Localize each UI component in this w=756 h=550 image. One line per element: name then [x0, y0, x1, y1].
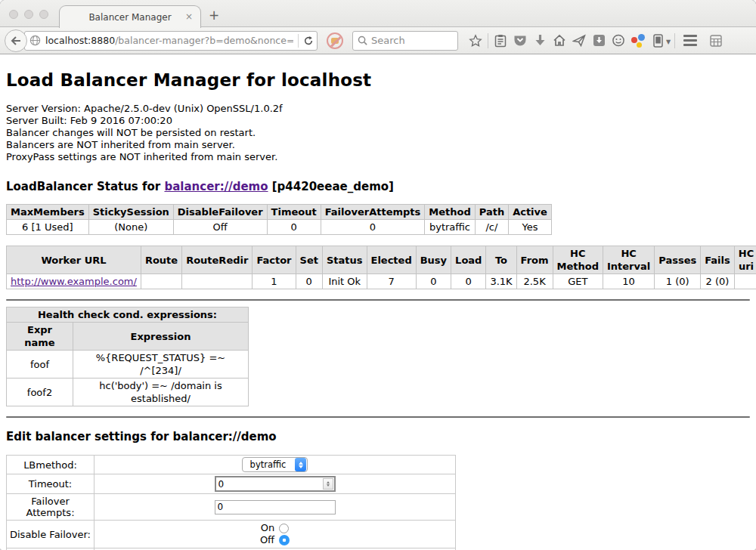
- tab-bar: Balancer Manager × +: [0, 0, 756, 27]
- toolbar-divider: [488, 33, 488, 48]
- navigation-toolbar: localhost:8880/balancer-manager?b=demo&n…: [0, 27, 756, 54]
- section-divider: [6, 299, 750, 301]
- status-heading: LoadBalancer Status for balancer://demo …: [6, 180, 750, 193]
- persist-warning-line: Balancer changes will NOT be persisted o…: [6, 127, 750, 139]
- url-path: /balancer-manager?b=demo&nonce=decc37be-…: [115, 35, 293, 46]
- health-check-table: Health check cond. expressions: Expr nam…: [6, 307, 249, 406]
- zoom-window-button[interactable]: [39, 10, 48, 19]
- new-tab-button[interactable]: +: [209, 8, 219, 23]
- menu-icon[interactable]: [680, 31, 700, 51]
- close-window-button[interactable]: [9, 10, 18, 19]
- timeout-input-wrap: [215, 476, 336, 492]
- timeout-label: Timeout:: [7, 474, 94, 494]
- balancer-status-table: MaxMembers StickySession DisableFailover…: [6, 204, 552, 235]
- lbmethod-row: LBmethod: bytraffic: [7, 456, 456, 474]
- save-page-icon[interactable]: [589, 31, 609, 51]
- apps-grid-icon[interactable]: [706, 31, 726, 51]
- browser-window: Balancer Manager × + localhost:8880/bala…: [0, 0, 756, 550]
- radio-off[interactable]: [279, 535, 290, 545]
- failover-attempts-input[interactable]: [215, 500, 336, 514]
- balancer-demo-link[interactable]: balancer://demo: [164, 180, 268, 193]
- address-text[interactable]: localhost:8880/balancer-manager?b=demo&n…: [45, 35, 293, 46]
- radio-off-label: Off: [260, 534, 274, 546]
- radio-on[interactable]: [279, 524, 289, 533]
- hello-dots-icon[interactable]: [628, 31, 648, 51]
- server-built-line: Server Built: Feb 9 2016 07:00:20: [6, 115, 750, 127]
- edit-settings-heading: Edit balancer settings for balancer://de…: [6, 430, 750, 443]
- toolbar-divider: [674, 33, 675, 48]
- worker-url-link[interactable]: http://www.example.com/: [11, 276, 137, 287]
- window-controls[interactable]: [9, 10, 48, 19]
- tab-close-icon[interactable]: ×: [185, 11, 193, 22]
- select-caret-icon: [295, 458, 306, 471]
- tab-title: Balancer Manager: [88, 12, 171, 23]
- worker-row: http://www.example.com/ 1 0 Init Ok 7 0 …: [7, 274, 756, 289]
- worker-table: Worker URL Route RouteRedir Factor Set S…: [6, 246, 756, 289]
- urlbar-divider: [298, 34, 299, 48]
- lbmethod-selected-value: bytraffic: [250, 459, 296, 470]
- table-header-row: MaxMembers StickySession DisableFailover…: [7, 205, 552, 220]
- number-spinner[interactable]: [323, 478, 333, 490]
- failover-attempts-row: Failover Attempts:: [7, 494, 456, 521]
- timeout-row: Timeout:: [7, 474, 456, 494]
- proxypass-warning-line: ProxyPass settings are NOT inherited fro…: [6, 151, 750, 163]
- clipboard-icon[interactable]: [491, 31, 510, 51]
- bookmark-star-icon[interactable]: [466, 31, 485, 51]
- page-title: Load Balancer Manager for localhost: [6, 70, 750, 90]
- page-content: Load Balancer Manager for localhost Serv…: [0, 54, 756, 550]
- back-icon: [11, 36, 21, 45]
- lbmethod-label: LBmethod:: [7, 456, 94, 474]
- failover-attempts-label: Failover Attempts:: [7, 494, 94, 521]
- table-title-row: Health check cond. expressions:: [7, 307, 249, 323]
- inherit-warning-line: Balancers are NOT inherited from main se…: [6, 139, 750, 151]
- dropdown-caret-icon[interactable]: ▼: [666, 39, 671, 45]
- device-icon[interactable]: [648, 31, 668, 51]
- table-header-row: Expr name Expression: [7, 323, 249, 351]
- table-row: foof %{REQUEST_STATUS} =~ /^[234]/: [7, 351, 249, 379]
- disable-failover-row: Disable Failover: On Off: [7, 521, 456, 548]
- content-block-icon[interactable]: [327, 32, 343, 49]
- tab-balancer-manager[interactable]: Balancer Manager ×: [59, 5, 201, 28]
- search-input[interactable]: [371, 35, 453, 46]
- search-bar[interactable]: [352, 31, 458, 51]
- lbmethod-select[interactable]: bytraffic: [242, 457, 308, 472]
- reload-button[interactable]: [303, 36, 314, 46]
- reload-icon: [303, 36, 314, 46]
- disable-failover-label: Disable Failover:: [7, 521, 94, 548]
- search-icon: [358, 36, 367, 45]
- back-button[interactable]: [5, 29, 27, 52]
- radio-on-label: On: [261, 522, 274, 534]
- edit-settings-form: LBmethod: bytraffic Timeout:: [6, 455, 456, 550]
- pocket-icon[interactable]: [510, 31, 530, 51]
- table-header-row: Worker URL Route RouteRedir Factor Set S…: [7, 246, 756, 274]
- url-bar[interactable]: localhost:8880/balancer-manager?b=demo&n…: [24, 31, 318, 51]
- table-row: foof2 hc('body') =~ /domain is establish…: [7, 379, 249, 406]
- send-icon[interactable]: [569, 31, 589, 51]
- timeout-input[interactable]: [216, 477, 322, 490]
- downloads-icon[interactable]: [530, 31, 550, 51]
- globe-icon: [29, 35, 41, 46]
- chat-smiley-icon[interactable]: [609, 31, 628, 51]
- minimize-window-button[interactable]: [24, 10, 33, 19]
- home-icon[interactable]: [550, 31, 569, 51]
- url-domain: localhost:8880: [45, 35, 115, 46]
- server-version-line: Server Version: Apache/2.5.0-dev (Unix) …: [6, 103, 750, 115]
- table-row: 6 [1 Used] (None) Off 0 0 bytraffic /c/ …: [7, 220, 552, 235]
- section-divider: [6, 416, 750, 418]
- server-info: Server Version: Apache/2.5.0-dev (Unix) …: [6, 103, 750, 163]
